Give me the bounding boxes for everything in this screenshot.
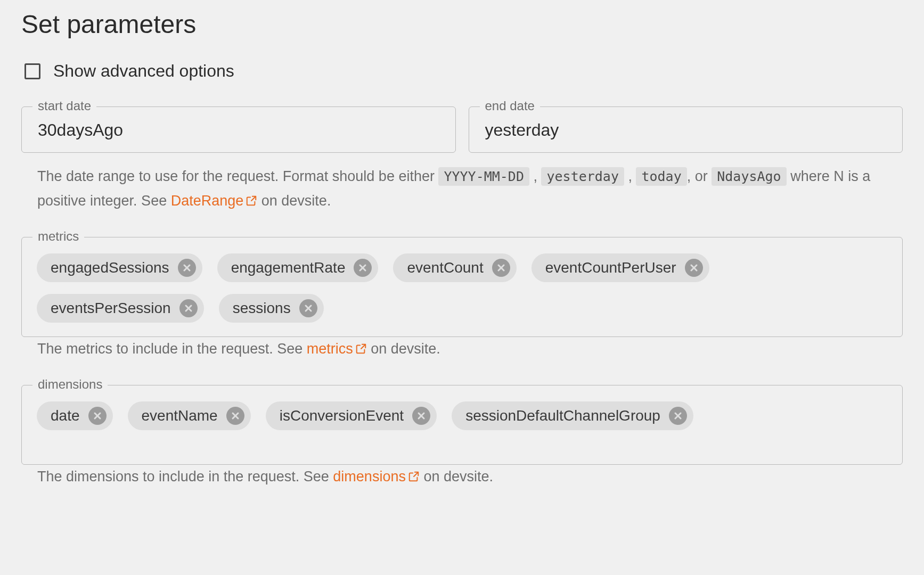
- chip-label: eventCountPerUser: [545, 259, 676, 276]
- close-icon[interactable]: [299, 299, 317, 317]
- close-icon[interactable]: [354, 259, 372, 277]
- chip-label: eventCount: [407, 259, 483, 276]
- set-parameters-panel: Set parameters Show advanced options sta…: [0, 0, 924, 512]
- dimensions-chip[interactable]: eventName: [128, 401, 251, 430]
- dimensions-chip[interactable]: sessionDefaultChannelGroup: [452, 401, 693, 430]
- code-chip: yesterday: [541, 167, 624, 186]
- metrics-chip[interactable]: engagedSessions: [37, 253, 202, 282]
- close-icon[interactable]: [178, 259, 196, 277]
- close-icon[interactable]: [226, 407, 244, 425]
- close-icon[interactable]: [492, 259, 510, 277]
- metrics-helper: The metrics to include in the request. S…: [37, 337, 903, 363]
- metrics-label: metrics: [32, 229, 84, 244]
- start-date-field[interactable]: start date: [21, 106, 456, 153]
- close-icon[interactable]: [88, 407, 107, 425]
- external-link-icon: [408, 466, 420, 490]
- metrics-chip[interactable]: eventsPerSession: [37, 294, 204, 323]
- helper-text: on devsite.: [371, 341, 440, 357]
- helper-text: , or: [687, 168, 712, 184]
- start-date-input[interactable]: [37, 120, 440, 141]
- close-icon[interactable]: [179, 299, 198, 317]
- helper-sep: ,: [529, 168, 542, 184]
- dimensions-chip[interactable]: isConversionEvent: [266, 401, 437, 430]
- dimensions-chip-list: dateeventNameisConversionEventsessionDef…: [37, 401, 887, 430]
- metrics-chip[interactable]: eventCount: [393, 253, 516, 282]
- helper-text: on devsite.: [423, 469, 493, 484]
- chip-label: sessions: [233, 300, 291, 317]
- chip-label: date: [51, 407, 80, 424]
- dimensions-helper: The dimensions to include in the request…: [37, 465, 903, 490]
- code-chip: today: [636, 167, 686, 186]
- date-range-row: start date end date: [21, 106, 903, 153]
- chip-label: sessionDefaultChannelGroup: [465, 407, 660, 424]
- dimensions-link[interactable]: dimensions: [333, 469, 420, 484]
- code-chip: YYYY-MM-DD: [438, 167, 529, 186]
- date-range-link[interactable]: DateRange: [171, 193, 258, 209]
- metrics-chip[interactable]: engagementRate: [217, 253, 379, 282]
- metrics-field[interactable]: metrics engagedSessionsengagementRateeve…: [21, 237, 903, 337]
- end-date-label: end date: [480, 98, 540, 113]
- advanced-options-label: Show advanced options: [53, 61, 234, 81]
- metrics-chip[interactable]: sessions: [219, 294, 324, 323]
- chip-label: isConversionEvent: [280, 407, 404, 424]
- chip-label: eventName: [142, 407, 218, 424]
- chip-label: engagedSessions: [51, 259, 169, 276]
- start-date-label: start date: [32, 98, 96, 113]
- metrics-chip[interactable]: eventCountPerUser: [531, 253, 709, 282]
- dimensions-chip[interactable]: date: [37, 401, 113, 430]
- metrics-link[interactable]: metrics: [307, 341, 367, 357]
- helper-text: The metrics to include in the request. S…: [37, 341, 307, 357]
- chip-label: eventsPerSession: [51, 300, 171, 317]
- external-link-icon: [355, 338, 367, 363]
- helper-text: The dimensions to include in the request…: [37, 469, 333, 484]
- helper-text: on devsite.: [261, 193, 331, 209]
- advanced-options-row: Show advanced options: [24, 61, 903, 81]
- close-icon[interactable]: [412, 407, 430, 425]
- dimensions-field[interactable]: dimensions dateeventNameisConversionEven…: [21, 385, 903, 465]
- helper-text: The date range to use for the request. F…: [37, 168, 438, 184]
- metrics-chip-list: engagedSessionsengagementRateeventCounte…: [37, 253, 887, 323]
- helper-sep: ,: [624, 168, 636, 184]
- date-range-helper: The date range to use for the request. F…: [37, 165, 903, 215]
- external-link-icon: [246, 190, 257, 215]
- dimensions-label: dimensions: [32, 377, 108, 392]
- close-icon[interactable]: [669, 407, 687, 425]
- close-icon[interactable]: [685, 259, 703, 277]
- end-date-input[interactable]: [484, 120, 888, 141]
- chip-label: engagementRate: [231, 259, 346, 276]
- page-title: Set parameters: [21, 10, 903, 39]
- code-chip: NdaysAgo: [712, 167, 786, 186]
- end-date-field[interactable]: end date: [469, 106, 903, 153]
- advanced-options-checkbox[interactable]: [24, 63, 40, 79]
